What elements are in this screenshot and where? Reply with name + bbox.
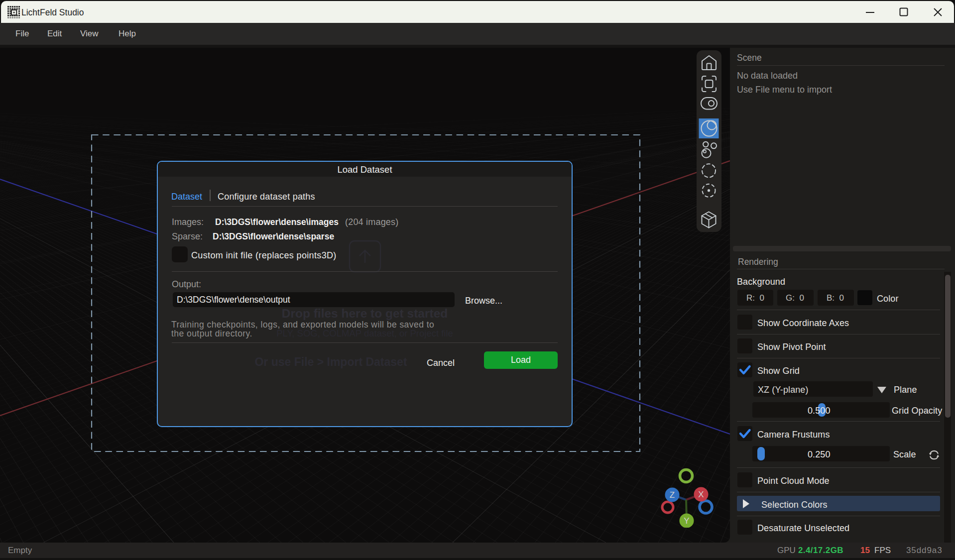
svg-text:Z: Z: [670, 490, 675, 500]
svg-text:Y: Y: [684, 516, 689, 526]
svg-text:X: X: [698, 490, 704, 499]
